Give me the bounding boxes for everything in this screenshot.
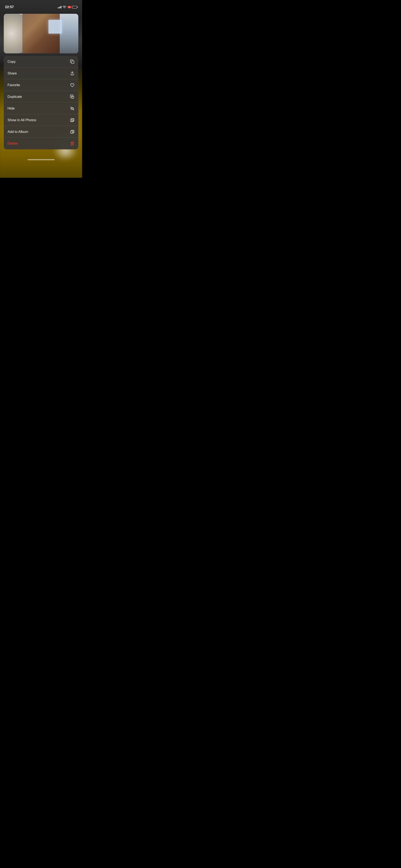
duplicate-label: Duplicate	[7, 95, 22, 99]
battery-container: 19	[67, 6, 77, 8]
menu-item-delete[interactable]: Delete	[4, 138, 78, 149]
heart-icon	[70, 83, 75, 87]
battery-icon	[72, 6, 77, 8]
bottom-area	[0, 149, 82, 162]
favorite-label: Favorite	[7, 83, 20, 87]
duplicate-icon	[70, 94, 75, 99]
menu-item-favorite[interactable]: Favorite	[4, 79, 78, 91]
menu-item-copy[interactable]: Copy	[4, 56, 78, 68]
add-to-album-label: Add to Album	[7, 130, 28, 134]
photo-preview	[4, 14, 78, 53]
menu-item-duplicate[interactable]: Duplicate	[4, 91, 78, 103]
photo-preview-inner	[4, 14, 78, 53]
all-photos-icon	[70, 118, 75, 122]
share-icon	[70, 71, 75, 76]
svg-rect-1	[71, 96, 74, 98]
svg-point-3	[71, 120, 72, 120]
share-label: Share	[7, 71, 17, 75]
copy-label: Copy	[7, 60, 16, 64]
status-icons: 19	[58, 6, 77, 8]
add-to-album-icon	[70, 129, 75, 134]
trash-icon	[70, 141, 75, 146]
hide-icon	[70, 106, 75, 111]
context-menu: Copy Share Favorite Duplicate	[4, 56, 78, 149]
delete-label: Delete	[7, 142, 18, 146]
menu-item-share[interactable]: Share	[4, 68, 78, 79]
svg-rect-0	[71, 61, 74, 63]
show-all-photos-label: Show in All Photos	[7, 118, 36, 122]
home-indicator	[28, 159, 55, 160]
menu-item-hide[interactable]: Hide	[4, 103, 78, 114]
menu-item-show-all-photos[interactable]: Show in All Photos	[4, 114, 78, 126]
wifi-icon	[63, 6, 66, 8]
hide-label: Hide	[7, 106, 15, 111]
battery-badge: 19	[67, 6, 71, 8]
room-right	[60, 14, 78, 53]
copy-icon	[70, 59, 75, 64]
menu-item-add-to-album[interactable]: Add to Album	[4, 126, 78, 138]
status-bar: 22:57 19	[0, 0, 82, 11]
screen: 22:57 19	[0, 0, 82, 178]
signal-bars-icon	[58, 6, 61, 8]
window-bright	[49, 20, 62, 34]
status-time: 22:57	[5, 5, 14, 9]
battery-fill	[73, 6, 73, 8]
